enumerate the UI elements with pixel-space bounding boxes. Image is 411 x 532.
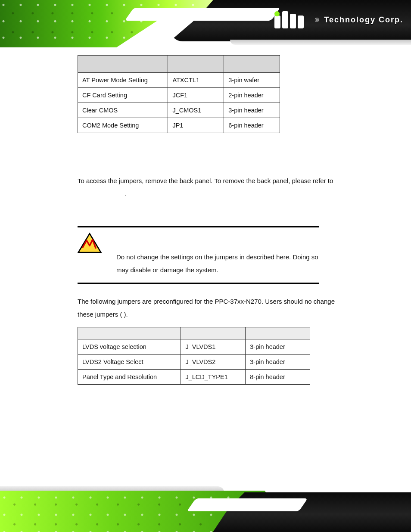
brand-block: ® Technology Corp. bbox=[274, 11, 403, 28]
table-header-row bbox=[78, 56, 280, 73]
page: ® Technology Corp. AT Power Mode Setting… bbox=[0, 0, 411, 532]
brand-wordmark: Technology Corp. bbox=[324, 16, 403, 25]
preconfigured-paragraph: The following jumpers are preconfigured … bbox=[78, 295, 362, 321]
cell: 3-pin header bbox=[246, 339, 310, 355]
col-header-desc bbox=[78, 327, 181, 339]
cell: ATXCTL1 bbox=[168, 73, 224, 88]
text: . bbox=[125, 190, 127, 197]
cell: JCF1 bbox=[168, 88, 224, 103]
col-header-type bbox=[224, 56, 280, 73]
table-row: Clear CMOS J_CMOS1 3-pin header bbox=[78, 103, 280, 118]
warning-icon bbox=[78, 233, 102, 254]
access-jumpers-paragraph: To access the jumpers, remove the back p… bbox=[78, 174, 362, 200]
cell: LVDS voltage selection bbox=[78, 339, 181, 355]
header-banner: ® Technology Corp. bbox=[0, 0, 411, 47]
text: The following jumpers are preconfigured … bbox=[78, 298, 335, 305]
cell: 6-pin header bbox=[224, 118, 280, 133]
cell: CF Card Setting bbox=[78, 88, 168, 103]
warning-text-line2: may disable or damage the system. bbox=[116, 266, 218, 274]
cell: COM2 Mode Setting bbox=[78, 118, 168, 133]
table-row: LVDS2 Voltage Select J_VLVDS2 3-pin head… bbox=[78, 355, 310, 370]
text: To access the jumpers, remove the back p… bbox=[78, 177, 333, 184]
cell: Panel Type and Resolution bbox=[78, 370, 181, 385]
warning-text-line1: Do not change the settings on the jumper… bbox=[116, 253, 318, 261]
table-row: CF Card Setting JCF1 2-pin header bbox=[78, 88, 280, 103]
col-header-label bbox=[168, 56, 224, 73]
cell: 3-pin header bbox=[246, 355, 310, 370]
warning-block: Do not change the settings on the jumper… bbox=[78, 226, 362, 284]
svg-marker-0 bbox=[78, 233, 101, 252]
table-row: LVDS voltage selection J_VLVDS1 3-pin he… bbox=[78, 339, 310, 355]
header-grey-lip bbox=[230, 40, 411, 45]
col-header-desc bbox=[78, 56, 168, 73]
cell: JP1 bbox=[168, 118, 224, 133]
content-area: AT Power Mode Setting ATXCTL1 3-pin wafe… bbox=[78, 55, 362, 385]
cell: AT Power Mode Setting bbox=[78, 73, 168, 88]
table-row: AT Power Mode Setting ATXCTL1 3-pin wafe… bbox=[78, 73, 280, 88]
cell: J_CMOS1 bbox=[168, 103, 224, 118]
cell: LVDS2 Voltage Select bbox=[78, 355, 181, 370]
cell: J_VLVDS1 bbox=[181, 339, 246, 355]
jumpers-table: AT Power Mode Setting ATXCTL1 3-pin wafe… bbox=[78, 55, 280, 133]
header-white-stripe bbox=[125, 8, 280, 21]
footer-banner bbox=[0, 485, 411, 532]
preconfigured-jumpers-table: LVDS voltage selection J_VLVDS1 3-pin he… bbox=[78, 327, 310, 385]
cell: J_LCD_TYPE1 bbox=[181, 370, 246, 385]
col-header-label bbox=[181, 327, 246, 339]
cell: 2-pin header bbox=[224, 88, 280, 103]
warning-bottom-rule bbox=[78, 283, 319, 284]
table-row: Panel Type and Resolution J_LCD_TYPE1 8-… bbox=[78, 370, 310, 385]
brand-logo-icon bbox=[274, 11, 311, 28]
cell: 3-pin header bbox=[224, 103, 280, 118]
footer-white-stripe bbox=[187, 498, 308, 511]
table-header-row bbox=[78, 327, 310, 339]
registered-mark: ® bbox=[315, 17, 319, 23]
cell: J_VLVDS2 bbox=[181, 355, 246, 370]
cell: Clear CMOS bbox=[78, 103, 168, 118]
cell: 3-pin wafer bbox=[224, 73, 280, 88]
text: these jumpers ( ). bbox=[78, 311, 128, 318]
cell: 8-pin header bbox=[246, 370, 310, 385]
col-header-type bbox=[246, 327, 310, 339]
table-row: COM2 Mode Setting JP1 6-pin header bbox=[78, 118, 280, 133]
